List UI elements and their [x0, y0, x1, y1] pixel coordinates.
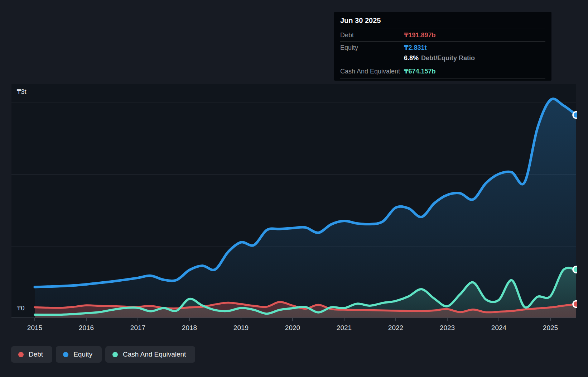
- tooltip-cash-value: ₸674.157b: [404, 67, 436, 75]
- equity-dot-icon: [63, 352, 68, 357]
- debt-endpoint-marker: [573, 301, 579, 307]
- equity-endpoint-marker: [573, 112, 579, 118]
- tooltip-date: Jun 30 2025: [340, 12, 545, 29]
- x-axis-labels: 2015201620172018201920202021202220232024…: [27, 324, 558, 331]
- svg-text:2016: 2016: [79, 324, 94, 331]
- y-axis-max-label: ₸3t: [17, 88, 26, 95]
- tooltip-equity-value: ₸2.831t: [404, 44, 427, 52]
- tooltip-ratio-value: 6.8%: [404, 54, 419, 62]
- cash-endpoint-marker: [573, 266, 579, 273]
- svg-text:2017: 2017: [130, 324, 145, 331]
- tooltip-debt-value: ₸191.897b: [404, 31, 436, 39]
- tooltip-equity-row: Equity ₸2.831t: [340, 41, 545, 54]
- x-axis-ticks: [35, 318, 550, 321]
- svg-text:2019: 2019: [233, 324, 249, 331]
- legend-debt-label: Debt: [29, 350, 43, 358]
- legend-chip-cash[interactable]: Cash And Equivalent: [105, 346, 195, 363]
- chart-legend: Debt Equity Cash And Equivalent: [11, 346, 195, 363]
- tooltip-ratio-label: Debt/Equity Ratio: [421, 54, 475, 62]
- svg-text:2023: 2023: [440, 324, 455, 331]
- legend-cash-label: Cash And Equivalent: [123, 350, 186, 358]
- tooltip-equity-label: Equity: [340, 44, 404, 52]
- debt-equity-history-chart: 2015201620172018201920202021202220232024…: [0, 0, 588, 377]
- debt-dot-icon: [18, 352, 24, 357]
- tooltip-ratio-row: 6.8% Debt/Equity Ratio: [340, 54, 545, 65]
- cash-dot-icon: [112, 352, 118, 357]
- y-axis-zero-label: ₸0: [17, 305, 24, 312]
- svg-text:2018: 2018: [182, 324, 197, 331]
- svg-text:2021: 2021: [337, 324, 352, 331]
- tooltip-debt-row: Debt ₸191.897b: [340, 29, 545, 41]
- svg-text:2025: 2025: [543, 324, 558, 331]
- legend-equity-label: Equity: [73, 350, 92, 358]
- legend-chip-equity[interactable]: Equity: [56, 346, 102, 363]
- svg-text:2022: 2022: [388, 324, 403, 331]
- legend-chip-debt[interactable]: Debt: [11, 346, 52, 363]
- tooltip-cash-label: Cash And Equivalent: [340, 68, 404, 75]
- chart-tooltip: Jun 30 2025 Debt ₸191.897b Equity ₸2.831…: [334, 12, 551, 81]
- tooltip-cash-row: Cash And Equivalent ₸674.157b: [340, 65, 545, 78]
- svg-text:2020: 2020: [285, 324, 300, 331]
- svg-text:2024: 2024: [491, 324, 507, 331]
- svg-text:2015: 2015: [27, 324, 42, 331]
- tooltip-debt-label: Debt: [340, 32, 404, 39]
